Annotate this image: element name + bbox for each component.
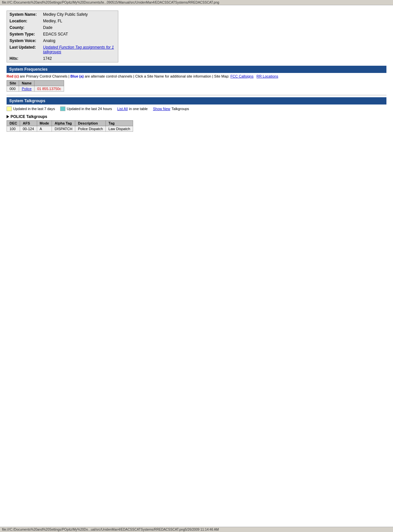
freq-name: Police bbox=[19, 86, 35, 92]
police-group-label: POLICE Talkgroups bbox=[11, 114, 47, 119]
rr-locations-link[interactable]: RR Locations bbox=[257, 74, 278, 78]
info-value: Medley City Public Safety bbox=[41, 12, 117, 17]
info-label: Last Updated: bbox=[8, 44, 40, 55]
yellow-label: Updated in the last 7 days bbox=[13, 107, 55, 111]
tg-alphatag: DISPATCH bbox=[52, 126, 75, 132]
yellow-box bbox=[7, 106, 12, 111]
info-value: Analog bbox=[41, 38, 117, 44]
info-label: System Name: bbox=[8, 12, 40, 17]
divider bbox=[7, 95, 386, 95]
expand-triangle-icon[interactable] bbox=[7, 115, 9, 118]
info-row: System Voice:Analog bbox=[8, 38, 117, 44]
freq-site: 000 bbox=[7, 86, 19, 92]
teal-box bbox=[60, 106, 65, 111]
info-value: 1742 bbox=[41, 56, 117, 61]
red-label: Red (c) bbox=[7, 74, 19, 78]
tg-dec: 100 bbox=[7, 126, 20, 132]
info-label: Hits: bbox=[8, 56, 40, 61]
freq-col-name: Name bbox=[19, 81, 35, 86]
info-value: Medley, FL bbox=[41, 18, 117, 24]
info-label: System Type: bbox=[8, 31, 40, 37]
info-row: System Type:EDACS SCAT bbox=[8, 31, 117, 37]
frequencies-legend: Red (c) are Primary Control Channels | B… bbox=[7, 74, 386, 78]
tg-row: 100 00-124 A DISPATCH Police Dispatch La… bbox=[7, 126, 133, 132]
blue-label: Blue (a) bbox=[70, 74, 83, 78]
info-row: County:Dade bbox=[8, 25, 117, 31]
info-row: System Name:Medley City Public Safety bbox=[8, 12, 117, 17]
blue-desc: are alternate control channels | Click a… bbox=[85, 74, 229, 78]
show-new-link[interactable]: Show New bbox=[153, 107, 170, 111]
teal-label: Updated in the last 24 hours bbox=[67, 107, 112, 111]
red-desc: are Primary Control Channels | bbox=[20, 74, 69, 78]
talkgroups-table: DEC AFS Mode Alpha Tag Description Tag 1… bbox=[7, 120, 133, 132]
police-talkgroups-header: POLICE Talkgroups bbox=[7, 114, 386, 119]
main-content: System Name:Medley City Public SafetyLoc… bbox=[0, 5, 393, 140]
teal-legend-item: Updated in the last 24 hours bbox=[60, 106, 112, 111]
system-info-table: System Name:Medley City Public SafetyLoc… bbox=[7, 11, 118, 62]
freq-name-link[interactable]: Police bbox=[22, 87, 32, 91]
tg-description: Police Dispatch bbox=[75, 126, 106, 132]
last-updated-link[interactable]: Updated Function Tag assignments for 1 t… bbox=[43, 45, 114, 54]
info-value: Dade bbox=[41, 25, 117, 31]
list-all-link[interactable]: List All bbox=[117, 107, 128, 111]
freq-col-site: Site bbox=[7, 81, 19, 86]
system-frequencies-section: System Frequencies Red (c) are Primary C… bbox=[7, 66, 386, 92]
fcc-callsigns-link[interactable]: FCC Callsigns bbox=[230, 74, 253, 78]
info-row: Last Updated:Updated Function Tag assign… bbox=[8, 44, 117, 55]
info-row: Location:Medley, FL bbox=[8, 18, 117, 24]
tg-col-alphatag: Alpha Tag bbox=[52, 121, 75, 126]
tg-col-mode: Mode bbox=[37, 121, 52, 126]
list-all-item: List All in one table bbox=[117, 107, 148, 111]
file-path: file:///C:/Documents%20and%20Settings/PO… bbox=[2, 1, 219, 4]
system-talkgroups-header: System Talkgroups bbox=[7, 97, 386, 104]
system-frequencies-header: System Frequencies bbox=[7, 66, 386, 73]
tg-tag: Law Dispatch bbox=[106, 126, 133, 132]
info-value: Updated Function Tag assignments for 1 t… bbox=[41, 44, 117, 55]
tg-col-afs: AFS bbox=[20, 121, 37, 126]
tg-col-description: Description bbox=[75, 121, 106, 126]
top-address-bar: file:///C:/Documents%20and%20Settings/PO… bbox=[0, 0, 393, 5]
info-label: County: bbox=[8, 25, 40, 31]
tg-col-dec: DEC bbox=[7, 121, 20, 126]
list-all-suffix: in one table bbox=[129, 107, 148, 111]
yellow-legend-item: Updated in the last 7 days bbox=[7, 106, 55, 111]
info-row: Hits:1742 bbox=[8, 56, 117, 61]
info-label: System Voice: bbox=[8, 38, 40, 44]
info-label: Location: bbox=[8, 18, 40, 24]
frequencies-table: Site Name 000 Police 01 855.13750c bbox=[7, 80, 64, 92]
tg-mode: A bbox=[37, 126, 52, 132]
talkgroups-legend: Updated in the last 7 days Updated in th… bbox=[7, 106, 386, 111]
freq-col-blank bbox=[35, 81, 64, 86]
tg-col-tag: Tag bbox=[106, 121, 133, 126]
freq-value: 01 855.13750c bbox=[35, 86, 64, 92]
info-value: EDACS SCAT bbox=[41, 31, 117, 37]
system-talkgroups-section: System Talkgroups Updated in the last 7 … bbox=[7, 97, 386, 132]
show-new-suffix: Talkgroups bbox=[172, 107, 189, 111]
tg-afs: 00-124 bbox=[20, 126, 37, 132]
freq-row: 000 Police 01 855.13750c bbox=[7, 86, 64, 92]
show-new-item: Show New Talkgroups bbox=[153, 107, 189, 111]
